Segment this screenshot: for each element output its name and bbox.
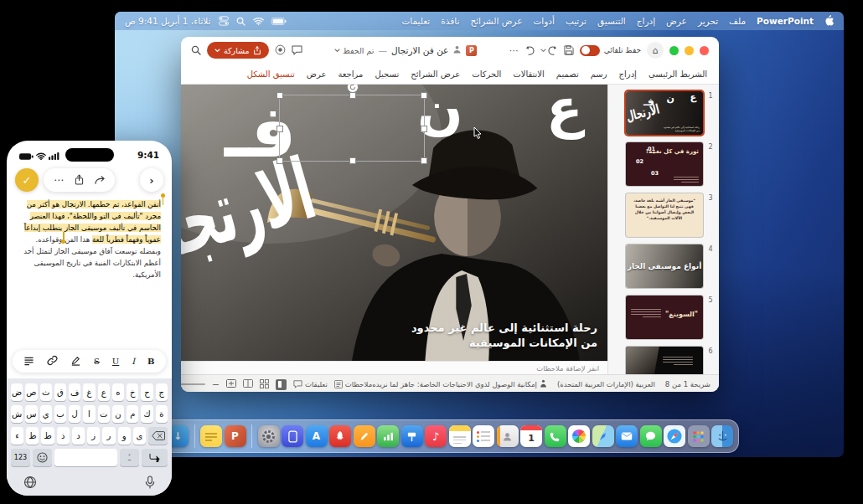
backspace-key[interactable] bbox=[148, 427, 168, 445]
menu-powerpoint[interactable]: PowerPoint bbox=[757, 16, 814, 26]
save-icon[interactable] bbox=[564, 45, 574, 55]
thumbnail-slide-6[interactable] bbox=[626, 347, 703, 374]
dock-rocket-app[interactable] bbox=[329, 425, 351, 447]
dock-launchpad-app[interactable] bbox=[688, 425, 710, 447]
key-ف[interactable]: ف bbox=[69, 383, 80, 401]
dictation-mic-key[interactable] bbox=[145, 476, 155, 492]
comments-icon[interactable] bbox=[292, 43, 302, 59]
tab-6[interactable]: عرض الشرائح bbox=[411, 69, 460, 79]
autosave-toggle[interactable]: حفظ تلقائي bbox=[580, 45, 641, 56]
tab-4[interactable]: الانتقالات bbox=[513, 69, 545, 79]
key-ز[interactable]: ز bbox=[87, 427, 100, 445]
home-icon[interactable]: ⌂ bbox=[647, 42, 664, 59]
slide-canvas[interactable]: ع ن فـ الارتجال رحلة استثنائية إلى عالم … bbox=[181, 85, 607, 361]
dock-photos-app[interactable] bbox=[568, 425, 590, 447]
tab-10-active[interactable]: تنسيق الشكل bbox=[247, 69, 295, 79]
zoom-slider[interactable] bbox=[181, 383, 205, 385]
link-icon[interactable] bbox=[47, 353, 58, 369]
dock-keynote-app[interactable] bbox=[401, 425, 423, 447]
key-ث[interactable]: ث bbox=[40, 383, 52, 401]
key-ه[interactable]: ه bbox=[112, 383, 124, 401]
key-ى[interactable]: ى bbox=[133, 427, 146, 445]
dock-powerpoint-app[interactable]: P bbox=[225, 425, 246, 447]
fit-to-window-icon[interactable] bbox=[226, 379, 236, 389]
apple-menu-icon[interactable] bbox=[824, 15, 834, 28]
more-options-icon[interactable]: ⋯ bbox=[509, 45, 519, 56]
slide-thumbnail-panel[interactable]: 1 ع ن فـ الارتجال رحلة استثنائية إلى عال… bbox=[607, 85, 719, 374]
notes-toggle[interactable]: ملاحظات bbox=[334, 380, 372, 388]
key-ت[interactable]: ت bbox=[98, 405, 110, 423]
key-ي[interactable]: ي bbox=[40, 405, 52, 423]
dock-notes-app[interactable] bbox=[449, 425, 471, 447]
strikethrough-button[interactable]: S bbox=[94, 357, 100, 366]
done-check-button[interactable]: ✓ bbox=[15, 168, 39, 192]
resize-handle-sw[interactable] bbox=[276, 157, 283, 164]
maximize-button[interactable] bbox=[669, 46, 679, 55]
close-button[interactable] bbox=[700, 46, 709, 55]
share-icon[interactable] bbox=[75, 172, 84, 188]
slide-title-letter-ain[interactable]: ع bbox=[546, 85, 583, 133]
minimize-button[interactable] bbox=[685, 46, 694, 55]
resize-handle-n[interactable] bbox=[349, 92, 356, 99]
language-indicator[interactable]: العربية (الإمارات العربية المتحدة) bbox=[557, 380, 655, 388]
dock-iphone-mirroring-app[interactable] bbox=[282, 425, 303, 447]
slide-subtitle[interactable]: رحلة استثنائية إلى عالم غير محدود من الإ… bbox=[411, 321, 597, 351]
key-ع[interactable]: ع bbox=[98, 383, 110, 401]
dock-phone-app[interactable] bbox=[545, 425, 566, 447]
tab-5[interactable]: الحركات bbox=[472, 69, 501, 79]
menu-item-2[interactable]: تحرير bbox=[698, 16, 718, 26]
key-ل[interactable]: ل bbox=[69, 405, 80, 423]
key-خ[interactable]: خ bbox=[127, 383, 138, 401]
resize-handle-se[interactable] bbox=[421, 157, 427, 164]
space-key[interactable] bbox=[54, 449, 117, 466]
menu-item-7[interactable]: أدوات bbox=[533, 16, 554, 26]
wifi-icon[interactable] bbox=[253, 17, 264, 25]
save-status[interactable]: تم الحفظ bbox=[334, 46, 374, 55]
key-ذ[interactable]: ذ bbox=[57, 427, 70, 445]
more-icon[interactable]: ⋯ bbox=[54, 174, 65, 186]
key-د[interactable]: د bbox=[72, 427, 85, 445]
share-button[interactable]: مشاركة bbox=[207, 42, 269, 59]
selected-textbox[interactable] bbox=[279, 95, 425, 162]
tab-2[interactable]: رسم bbox=[591, 69, 607, 79]
normal-view-icon[interactable] bbox=[276, 379, 287, 390]
zoom-out-button[interactable]: − bbox=[212, 379, 220, 390]
selection-handle-end[interactable] bbox=[61, 239, 65, 244]
key-س[interactable]: س bbox=[25, 405, 37, 423]
autosave-switch[interactable] bbox=[580, 45, 600, 56]
undo-icon[interactable] bbox=[525, 46, 535, 55]
highlight-icon[interactable] bbox=[70, 353, 81, 369]
dock-numbers-app[interactable] bbox=[377, 425, 399, 447]
control-center-icon[interactable] bbox=[219, 16, 229, 26]
key-ق[interactable]: ق bbox=[54, 383, 66, 401]
menu-item-4[interactable]: إدراج bbox=[637, 16, 655, 26]
accessibility-status[interactable]: إمكانية الوصول لذوي الاحتياجات الخاصة: ج… bbox=[372, 379, 547, 389]
resize-handle-nw[interactable] bbox=[276, 92, 283, 99]
notes-placeholder[interactable]: انقر لإضافة ملاحظات bbox=[536, 364, 599, 373]
dock-app-store-app[interactable]: A bbox=[306, 425, 328, 447]
thumbnail-slide-3[interactable]: "موسيقى الجاز أشبه بلغة خاصة، فهي تتيح ل… bbox=[626, 193, 703, 237]
globe-key[interactable] bbox=[23, 476, 37, 492]
dock-music-app[interactable]: ♪ bbox=[425, 425, 447, 447]
dock-calendar-app[interactable]: 1 bbox=[520, 425, 542, 447]
return-key[interactable] bbox=[142, 449, 168, 466]
tab-1[interactable]: إدراج bbox=[619, 69, 637, 79]
menu-item-8[interactable]: عرض الشرائح bbox=[470, 16, 522, 26]
key-ط[interactable]: ط bbox=[41, 427, 54, 445]
key-ب[interactable]: ب bbox=[54, 405, 66, 423]
key-ة[interactable]: ة bbox=[156, 405, 168, 423]
tab-8[interactable]: مراجعة bbox=[338, 69, 363, 79]
italic-button[interactable]: I bbox=[132, 357, 135, 366]
justify-icon[interactable] bbox=[23, 353, 34, 369]
tab-3[interactable]: تصميم bbox=[556, 69, 579, 79]
resize-handle-ne[interactable] bbox=[421, 92, 427, 99]
key-ر[interactable]: ر bbox=[102, 427, 115, 445]
redo-icon[interactable] bbox=[94, 172, 105, 188]
note-text-area[interactable]: أتقن القواعد، ثم حطمها. الارتجال هو أكثر… bbox=[7, 192, 172, 280]
bold-button[interactable]: B bbox=[147, 357, 154, 366]
key-ص[interactable]: ص bbox=[25, 383, 37, 401]
key-و[interactable]: و bbox=[118, 427, 131, 445]
dock-pages-app[interactable] bbox=[354, 425, 375, 447]
thumbnail-slide-1[interactable]: ع ن فـ الارتجال رحلة استثنائية إلى عالم … bbox=[626, 91, 703, 135]
menu-item-1[interactable]: ملف bbox=[729, 16, 746, 26]
